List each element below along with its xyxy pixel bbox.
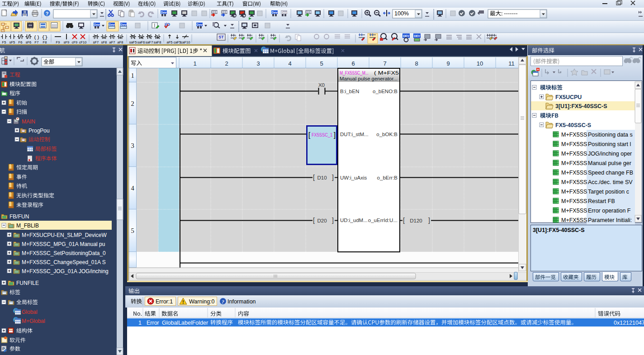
svg-text:Positioning start l: Positioning start l xyxy=(588,141,631,147)
svg-text:M+FX5SSC_ChangeSpeed_01A S: M+FX5SSC_ChangeSpeed_01A S xyxy=(22,259,106,265)
svg-text:[: [ xyxy=(313,217,315,224)
svg-text:?: ? xyxy=(222,299,224,304)
svg-text:FX5UCPU: FX5UCPU xyxy=(555,94,582,100)
svg-text:6: 6 xyxy=(351,60,355,67)
svg-text:MAIN: MAIN xyxy=(22,118,35,125)
svg-text:2: 2 xyxy=(225,60,228,67)
svg-text:F7: F7 xyxy=(35,40,39,44)
svg-text:sF5: sF5 xyxy=(9,40,15,44)
svg-text:M+FX5SS: M+FX5SS xyxy=(561,141,587,147)
svg-text:Dev: Dev xyxy=(109,23,115,26)
svg-text:M+FX5SS: M+FX5SS xyxy=(561,132,587,138)
svg-text:M+FX5SSC_JOG_01A JOG/inching: M+FX5SSC_JOG_01A JOG/inching xyxy=(22,268,109,275)
svg-text:M+FX5UCPU-EN_SLMP_DeviceW: M+FX5UCPU-EN_SLMP_DeviceW xyxy=(22,232,107,238)
svg-text:M+FX5SS: M+FX5SS xyxy=(561,198,587,204)
svg-text:0x12121047: 0x12121047 xyxy=(614,320,644,326)
svg-text:D120: D120 xyxy=(410,218,422,223)
svg-text:3[U1]:FX5-40SSC-S: 3[U1]:FX5-40SSC-S xyxy=(555,103,607,109)
svg-text:aF8: aF8 xyxy=(118,40,123,44)
svg-text:DEV: DEV xyxy=(403,34,409,38)
svg-text:7: 7 xyxy=(383,60,386,67)
svg-text:FB/FUN: FB/FUN xyxy=(9,213,29,220)
svg-text:Error: Error xyxy=(147,320,159,326)
svg-text:M+FX5SSC_SetPositioningData_0: M+FX5SSC_SetPositioningData_0 xyxy=(22,250,106,256)
svg-text:M_FBLIB: M_FBLIB xyxy=(16,222,39,229)
svg-text:Manual pulse generator...: Manual pulse generator... xyxy=(340,76,398,81)
svg-text:saF7: saF7 xyxy=(146,40,153,44)
svg-text:F6: F6 xyxy=(19,40,23,44)
svg-text:1: 1 xyxy=(138,320,142,326)
svg-text:Acc./dec. time SV: Acc./dec. time SV xyxy=(588,179,633,185)
svg-text:11: 11 xyxy=(508,60,515,67)
svg-text:Dev: Dev xyxy=(272,11,278,14)
svg-text:Error:1: Error:1 xyxy=(156,298,173,305)
svg-text:M+FX5SS: M+FX5SS xyxy=(561,151,587,157)
svg-text:GlobalLabelFolder: GlobalLabelFolder xyxy=(162,320,208,326)
svg-text:o_bENO:B: o_bENO:B xyxy=(373,89,398,94)
svg-text:o_bOK:B: o_bOK:B xyxy=(376,132,398,137)
svg-text:M+FX5SS: M+FX5SS xyxy=(561,160,587,166)
svg-text:M+FX5SS: M+FX5SS xyxy=(561,217,587,223)
svg-text:1: 1 xyxy=(131,72,134,79)
svg-text:B:i_bEN: B:i_bEN xyxy=(340,89,359,94)
svg-text:Dev: Dev xyxy=(281,11,287,14)
svg-text:saF5: saF5 xyxy=(129,40,137,44)
svg-text:Warning:0: Warning:0 xyxy=(189,298,215,305)
svg-text:aF5: aF5 xyxy=(167,40,173,44)
svg-text:sF8: sF8 xyxy=(101,40,107,44)
svg-text:( M+FX5: ( M+FX5 xyxy=(374,70,399,76)
svg-text:o_bErr:B: o_bErr:B xyxy=(377,175,398,180)
svg-text:caF5: caF5 xyxy=(174,40,181,44)
svg-text:Positioning data s: Positioning data s xyxy=(588,132,633,138)
svg-text:F9: F9 xyxy=(56,40,60,44)
svg-text:ST: ST xyxy=(218,35,224,39)
svg-text:DUT:i_stM...: DUT:i_stM... xyxy=(340,132,369,137)
svg-text:o_uErrId:U...: o_uErrId:U... xyxy=(368,218,398,223)
svg-text:[: [ xyxy=(403,217,405,224)
svg-text:Restart FB: Restart FB xyxy=(588,198,615,204)
svg-text:8: 8 xyxy=(415,60,418,67)
svg-text:M+FX5SS: M+FX5SS xyxy=(561,179,587,185)
svg-text:UD:i_udM...: UD:i_udM... xyxy=(340,218,368,223)
svg-text:Global: Global xyxy=(22,309,38,315)
svg-text:3: 3 xyxy=(131,142,134,149)
svg-text:]: ] xyxy=(428,217,430,224)
svg-text:!: ! xyxy=(182,300,184,305)
svg-text:Speed change FB: Speed change FB xyxy=(588,170,633,176)
svg-text:F5: F5 xyxy=(2,40,6,44)
svg-text:]: ] xyxy=(334,131,336,139)
svg-text:[: [ xyxy=(313,174,315,181)
svg-text:caF10: caF10 xyxy=(181,40,190,44)
svg-text:Parameter Initiali:: Parameter Initiali: xyxy=(588,217,632,223)
svg-text:M+FX5SSC_MPG_01A Manual pu: M+FX5SSC_MPG_01A Manual pu xyxy=(22,241,105,247)
svg-text:sF9: sF9 xyxy=(64,40,70,44)
svg-text:saF8: saF8 xyxy=(154,40,161,44)
svg-text:{}: {} xyxy=(42,35,47,40)
svg-text:M+FX5SS: M+FX5SS xyxy=(561,170,587,176)
svg-text:I: I xyxy=(154,23,156,28)
svg-text:5: 5 xyxy=(320,60,323,67)
svg-text:100%: 100% xyxy=(394,10,409,17)
svg-text:3[U1]:FX5-40SSC-S: 3[U1]:FX5-40SSC-S xyxy=(533,227,585,233)
svg-text:10: 10 xyxy=(477,60,483,67)
svg-text:JOG/inching oper: JOG/inching oper xyxy=(588,151,632,157)
svg-text:M_FX5SSC_M...: M_FX5SSC_M... xyxy=(340,70,369,76)
svg-text:1: 1 xyxy=(193,60,196,67)
svg-text:sF6: sF6 xyxy=(26,40,32,44)
svg-text:Dev: Dev xyxy=(197,23,203,26)
svg-text:4: 4 xyxy=(288,60,291,67)
svg-text:Dev: Dev xyxy=(94,23,100,26)
svg-text:M+FX5SS: M+FX5SS xyxy=(561,189,587,195)
svg-text:F8: F8 xyxy=(43,40,47,44)
svg-text:Dev: Dev xyxy=(121,23,127,26)
svg-text:M+FX5SS: M+FX5SS xyxy=(561,208,587,214)
svg-text:Target position c: Target position c xyxy=(588,189,629,195)
svg-text:Manual pulse ger: Manual pulse ger xyxy=(588,160,631,166)
svg-text:UW:i_uAxis: UW:i_uAxis xyxy=(340,175,367,180)
svg-text:]: ] xyxy=(332,217,334,224)
svg-text:saF6: saF6 xyxy=(137,40,145,44)
svg-text:3: 3 xyxy=(256,60,260,67)
svg-text:5: 5 xyxy=(131,227,134,234)
svg-text:M+Global: M+Global xyxy=(22,318,45,324)
svg-text:D20: D20 xyxy=(317,218,327,223)
